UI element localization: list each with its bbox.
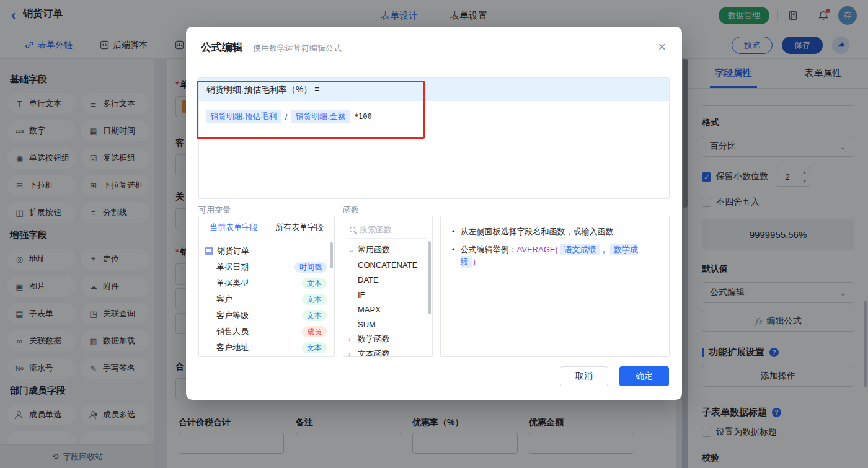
form-doc-icon [205, 247, 213, 255]
variable-type-badge: 文本 [302, 310, 327, 321]
variable-type-badge: 文本 [302, 294, 327, 305]
variable-item[interactable]: 单据日期时间戳 [199, 259, 334, 275]
formula-editor-area[interactable]: 销货明细.预估毛利率（%） = 销货明细.预估毛利 / 销货明细.金额 *100 [198, 77, 670, 199]
function-group-name: 文本函数 [358, 348, 390, 357]
search-icon [350, 227, 355, 232]
variable-item[interactable]: 单据类型文本 [199, 275, 334, 291]
variable-type-badge: 文本 [302, 342, 327, 353]
formula-field-chip[interactable]: 销货明细.预估毛利 [206, 110, 281, 123]
function-item[interactable]: IF [343, 287, 432, 302]
cancel-button[interactable]: 取消 [560, 366, 608, 386]
function-group[interactable]: ⌄常用函数 [343, 242, 432, 257]
variable-item[interactable]: 客户地址文本 [199, 340, 334, 356]
chevron-right-icon: › [348, 350, 355, 357]
formula-operator: / [285, 112, 288, 121]
functions-panel: 搜索函数 ⌄常用函数CONCATENATEDATEIFMAPXSUM›数学函数›… [343, 216, 433, 357]
modal-title: 公式编辑 [201, 40, 243, 55]
example-field-chip: 语文成绩 [560, 244, 600, 255]
variable-item[interactable]: 客户等级文本 [199, 307, 334, 324]
tip-example: 公式编辑举例：AVERAGE( 语文成绩， 数学成绩） [461, 244, 658, 268]
bullet: • [452, 244, 455, 256]
chevron-right-icon: › [348, 335, 355, 343]
function-group[interactable]: ›文本函数 [343, 347, 432, 357]
variable-item[interactable]: 销售人员成员 [199, 324, 334, 340]
variable-type-badge: 文本 [302, 278, 327, 289]
functions-label: 函数 [343, 205, 359, 216]
bullet: • [452, 226, 455, 238]
confirm-button[interactable]: 确定 [619, 366, 669, 386]
function-item[interactable]: CONCATENATE [343, 257, 432, 272]
variable-type-badge: 时间戳 [294, 262, 327, 273]
formula-constant: *100 [354, 112, 372, 121]
function-search-input[interactable]: 搜索函数 [348, 221, 427, 239]
variable-name: 客户 [216, 294, 232, 305]
chevron-down-icon: ⌄ [348, 246, 355, 254]
variables-scrollbar-thumb[interactable] [330, 242, 333, 268]
form-designer-app: ‹ 销货订单 表单设计 表单设置 数据管理 存 表单外链 [0, 0, 868, 468]
tab-current-form-fields[interactable]: 当前表单字段 [210, 222, 258, 233]
function-group[interactable]: ›数学函数 [343, 332, 432, 347]
variable-item[interactable]: 客户文本 [199, 291, 334, 307]
variables-form-node[interactable]: 销货订单 [199, 243, 334, 259]
formula-target: 销货明细.预估毛利率（%） = [199, 78, 669, 101]
function-item[interactable]: DATE [343, 272, 432, 287]
tips-panel: • 从左侧面板选择字段名和函数，或输入函数 • 公式编辑举例：AVERAGE( … [440, 216, 670, 357]
formula-editor-modal: 公式编辑 使用数学运算符编辑公式 × 销货明细.预估毛利率（%） = 销货明细.… [186, 27, 682, 400]
variable-name: 客户等级 [216, 310, 249, 321]
formula-field-chip[interactable]: 销货明细.金额 [291, 110, 350, 123]
variable-name: 单据类型 [216, 278, 249, 289]
tip-text: 从左侧面板选择字段名和函数，或输入函数 [461, 226, 614, 238]
function-item[interactable]: SUM [343, 317, 432, 332]
tab-all-form-fields[interactable]: 所有表单字段 [275, 222, 324, 233]
variables-form-name: 销货订单 [217, 245, 249, 257]
variable-type-badge: 成员 [302, 326, 327, 337]
function-group-name: 常用函数 [358, 244, 390, 255]
close-icon[interactable]: × [658, 40, 666, 54]
variables-panel: 当前表单字段 所有表单字段 销货订单单据日期时间戳单据类型文本客户文本客户等级文… [198, 216, 335, 357]
functions-scrollbar-thumb[interactable] [428, 241, 431, 314]
variables-label: 可用变量 [198, 205, 231, 216]
variable-name: 单据日期 [216, 262, 249, 273]
function-group-name: 数学函数 [358, 333, 390, 345]
function-item[interactable]: MAPX [343, 302, 432, 317]
variable-name: 客户地址 [216, 342, 249, 353]
modal-subtitle: 使用数学运算符编辑公式 [253, 43, 342, 54]
search-placeholder: 搜索函数 [360, 224, 392, 236]
variable-name: 销售人员 [216, 326, 249, 337]
